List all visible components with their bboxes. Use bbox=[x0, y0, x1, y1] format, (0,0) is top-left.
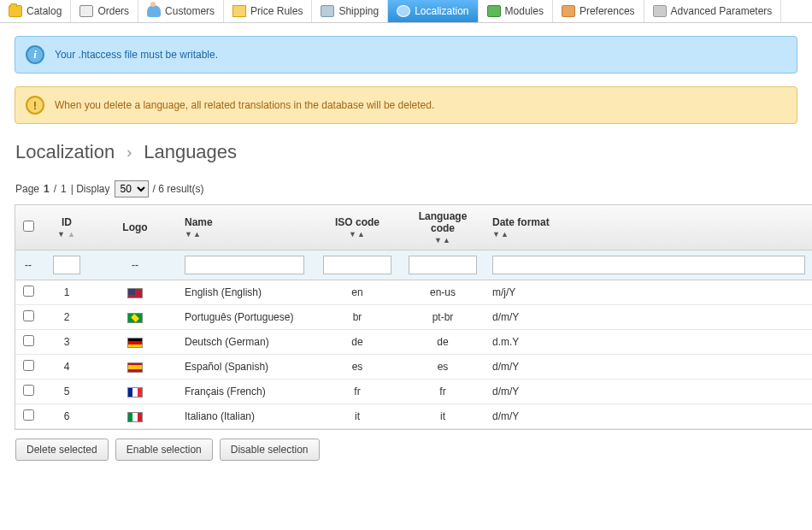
row-checkbox[interactable] bbox=[23, 310, 34, 321]
cell-name: Português (Portuguese) bbox=[178, 305, 315, 330]
cell-iso: fr bbox=[315, 380, 400, 404]
flag-us-icon bbox=[127, 288, 143, 298]
disable-selection-button[interactable]: Disable selection bbox=[220, 439, 320, 461]
enable-selection-button[interactable]: Enable selection bbox=[115, 439, 213, 461]
sort-arrows-icon[interactable]: ▼▲ bbox=[321, 230, 393, 238]
breadcrumb: Localization › Languages bbox=[15, 141, 797, 163]
cell-name: Deutsch (German) bbox=[178, 330, 315, 355]
filter-dash: -- bbox=[92, 250, 178, 280]
truck-icon bbox=[321, 5, 334, 17]
filter-name-input[interactable] bbox=[185, 256, 304, 274]
pagination-bar: Page 1 / 1 | Display 50 / 6 result(s) bbox=[15, 180, 797, 197]
table-row[interactable]: 1English (English)enen-usm/j/Y bbox=[15, 280, 812, 305]
nav-modules[interactable]: Modules bbox=[479, 0, 553, 22]
row-checkbox[interactable] bbox=[23, 335, 34, 346]
cell-id: 4 bbox=[41, 355, 92, 380]
cell-lang: it bbox=[400, 404, 485, 429]
table-row[interactable]: 5Français (French)frfrd/m/Y bbox=[15, 380, 812, 404]
cell-iso: es bbox=[315, 355, 400, 380]
table-row[interactable]: 6Italiano (Italian)ititd/m/Y bbox=[15, 404, 812, 429]
nav-label: Modules bbox=[505, 5, 544, 17]
cell-date: d/m/Y bbox=[485, 380, 812, 404]
filter-iso-input[interactable] bbox=[323, 256, 391, 274]
pager-display-label: | Display bbox=[71, 183, 110, 195]
wrench-icon bbox=[653, 5, 667, 17]
sort-arrows-icon[interactable]: ▼▲ bbox=[407, 236, 479, 244]
breadcrumb-page: Languages bbox=[144, 141, 237, 163]
sort-arrows-icon[interactable]: ▼▲ bbox=[492, 230, 805, 238]
col-date-label[interactable]: Date format bbox=[492, 216, 550, 228]
sort-arrows-icon[interactable]: ▼▲ bbox=[48, 230, 85, 238]
nav-price-rules[interactable]: Price Rules bbox=[224, 0, 312, 22]
cell-lang: pt-br bbox=[400, 305, 485, 330]
nav-localization[interactable]: Localization bbox=[388, 0, 478, 22]
person-icon bbox=[147, 5, 161, 17]
cell-date: m/j/Y bbox=[485, 280, 812, 305]
col-name-label[interactable]: Name bbox=[185, 216, 213, 228]
row-checkbox[interactable] bbox=[23, 360, 34, 371]
breadcrumb-section: Localization bbox=[15, 141, 115, 163]
col-logo-label: Logo bbox=[122, 221, 147, 233]
nav-customers[interactable]: Customers bbox=[138, 0, 224, 22]
flag-es-icon bbox=[127, 362, 143, 373]
cart-icon bbox=[79, 5, 93, 17]
table-row[interactable]: 3Deutsch (German)deded.m.Y bbox=[15, 330, 812, 355]
col-iso-label[interactable]: ISO code bbox=[335, 216, 380, 228]
alert-warning: ! When you delete a language, all relate… bbox=[15, 86, 797, 124]
cell-iso: de bbox=[315, 330, 400, 355]
puzzle-icon bbox=[487, 5, 501, 17]
flag-it-icon bbox=[127, 412, 143, 422]
cell-iso: it bbox=[315, 404, 400, 429]
languages-table: ID ▼▲ Logo Name ▼▲ ISO code ▼▲ Language … bbox=[15, 205, 812, 429]
cell-lang: de bbox=[400, 330, 485, 355]
languages-table-wrap: ID ▼▲ Logo Name ▼▲ ISO code ▼▲ Language … bbox=[15, 204, 812, 430]
nav-label: Orders bbox=[97, 5, 129, 17]
nav-label: Advanced Parameters bbox=[671, 5, 773, 17]
cell-name: Italiano (Italian) bbox=[178, 404, 315, 429]
nav-orders[interactable]: Orders bbox=[71, 0, 138, 22]
pager-prefix: Page bbox=[15, 183, 39, 195]
page-size-select[interactable]: 50 bbox=[115, 180, 149, 197]
nav-label: Preferences bbox=[580, 5, 635, 17]
filter-id-input[interactable] bbox=[53, 256, 80, 274]
cell-lang: fr bbox=[400, 380, 485, 404]
cell-id: 3 bbox=[41, 330, 92, 355]
nav-label: Shipping bbox=[338, 5, 379, 17]
nav-advanced-parameters[interactable]: Advanced Parameters bbox=[644, 0, 782, 22]
tag-icon bbox=[232, 5, 246, 17]
nav-label: Localization bbox=[415, 5, 468, 17]
sort-arrows-icon[interactable]: ▼▲ bbox=[185, 230, 308, 238]
alert-info: i Your .htaccess file must be writable. bbox=[15, 36, 797, 74]
row-checkbox[interactable] bbox=[23, 409, 34, 421]
flag-de-icon bbox=[127, 338, 143, 348]
flag-br-icon bbox=[127, 313, 143, 323]
cell-id: 5 bbox=[41, 380, 92, 404]
cell-date: d.m.Y bbox=[485, 330, 812, 355]
cell-name: English (English) bbox=[178, 280, 315, 305]
nav-catalog[interactable]: Catalog bbox=[0, 0, 71, 22]
row-checkbox[interactable] bbox=[23, 286, 34, 297]
select-all-checkbox[interactable] bbox=[23, 221, 34, 232]
cell-lang: en-us bbox=[400, 280, 485, 305]
globe-icon bbox=[397, 5, 410, 17]
bulk-actions: Delete selected Enable selection Disable… bbox=[15, 439, 812, 461]
table-row[interactable]: 2Português (Portuguese)brpt-brd/m/Y bbox=[15, 305, 812, 330]
table-row[interactable]: 4Español (Spanish)esesd/m/Y bbox=[15, 355, 812, 380]
cell-iso: br bbox=[315, 305, 400, 330]
col-id-label[interactable]: ID bbox=[62, 216, 72, 228]
filter-lang-input[interactable] bbox=[409, 256, 477, 274]
nav-preferences[interactable]: Preferences bbox=[553, 0, 644, 22]
cell-name: Français (French) bbox=[178, 380, 315, 404]
pager-current: 1 bbox=[44, 183, 50, 195]
folder-icon bbox=[9, 5, 22, 17]
filter-dash: -- bbox=[15, 250, 41, 280]
nav-shipping[interactable]: Shipping bbox=[312, 0, 388, 22]
delete-selected-button[interactable]: Delete selected bbox=[15, 439, 109, 461]
filter-date-input[interactable] bbox=[492, 256, 805, 274]
info-icon: i bbox=[26, 45, 44, 64]
row-checkbox[interactable] bbox=[23, 385, 34, 396]
pager-total: 1 bbox=[61, 183, 67, 195]
slider-icon bbox=[562, 5, 575, 17]
col-lang-label[interactable]: Language code bbox=[419, 210, 468, 234]
cell-name: Español (Spanish) bbox=[178, 355, 315, 380]
